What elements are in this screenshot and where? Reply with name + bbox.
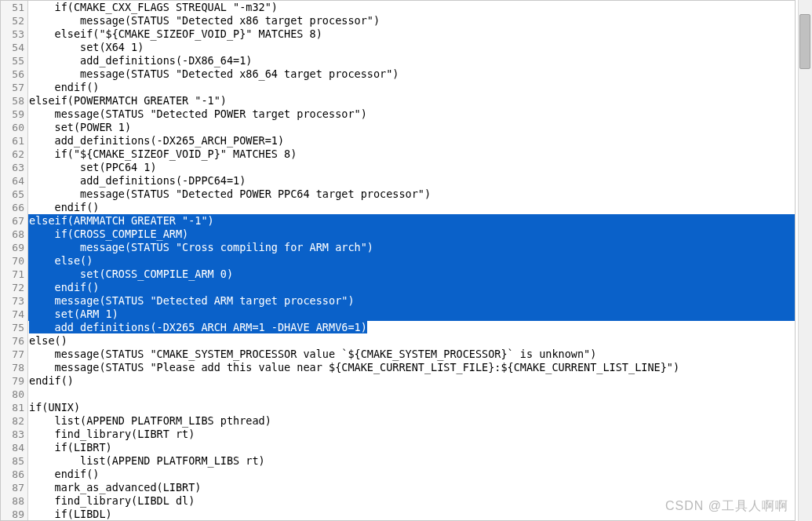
- line-number: 63: [1, 161, 27, 174]
- code-line[interactable]: mark_as_advanced(LIBRT): [28, 481, 795, 494]
- line-number-gutter: 5152535455565758596061626364656667686970…: [1, 1, 28, 520]
- line-number: 81: [1, 401, 27, 414]
- code-line[interactable]: elseif(ARMMATCH GREATER "-1"): [28, 214, 795, 228]
- line-number: 74: [1, 308, 27, 321]
- code-line[interactable]: else(): [28, 334, 795, 348]
- code-line[interactable]: list(APPEND PLATFORM_LIBS pthread): [28, 414, 795, 428]
- line-number: 53: [1, 27, 27, 41]
- code-line[interactable]: find_library(LIBRT rt): [28, 428, 795, 441]
- code-line[interactable]: set(X64 1): [28, 41, 795, 54]
- code-line[interactable]: message(STATUS "Please add this value ne…: [28, 361, 795, 374]
- line-number: 57: [1, 81, 27, 94]
- line-number: 89: [1, 508, 27, 521]
- code-line[interactable]: message(STATUS "Detected ARM target proc…: [28, 294, 795, 308]
- line-number: 52: [1, 14, 27, 27]
- line-number: 75: [1, 321, 27, 334]
- line-number: 80: [1, 388, 27, 401]
- code-editor[interactable]: 5152535455565758596061626364656667686970…: [0, 0, 796, 521]
- code-line[interactable]: endif(): [28, 281, 795, 294]
- line-number: 72: [1, 281, 27, 294]
- code-line[interactable]: endif(): [28, 201, 795, 214]
- code-line[interactable]: endif(): [28, 81, 795, 94]
- code-line[interactable]: message(STATUS "Cross compiling for ARM …: [28, 241, 795, 254]
- code-line[interactable]: add_definitions(-DPPC64=1): [28, 174, 795, 188]
- code-line[interactable]: set(POWER 1): [28, 121, 795, 134]
- code-line[interactable]: if(LIBRT): [28, 441, 795, 454]
- line-number: 70: [1, 254, 27, 268]
- line-number: 61: [1, 134, 27, 148]
- scrollbar-thumb[interactable]: [799, 14, 810, 69]
- line-number: 87: [1, 481, 27, 494]
- code-line[interactable]: message(STATUS "Detected x86_64 target p…: [28, 67, 795, 81]
- code-line[interactable]: elseif("${CMAKE_SIZEOF_VOID_P}" MATCHES …: [28, 27, 795, 41]
- code-line[interactable]: if(UNIX): [28, 401, 795, 414]
- line-number: 60: [1, 121, 27, 134]
- line-number: 69: [1, 241, 27, 254]
- code-line[interactable]: message(STATUS "Detected POWER target pr…: [28, 107, 795, 121]
- line-number: 65: [1, 188, 27, 201]
- code-line[interactable]: if("${CMAKE_SIZEOF_VOID_P}" MATCHES 8): [28, 148, 795, 161]
- vertical-scrollbar[interactable]: [798, 0, 812, 521]
- code-area[interactable]: if(CMAKE_CXX_FLAGS STREQUAL "-m32") mess…: [28, 1, 795, 520]
- code-line[interactable]: endif(): [28, 374, 795, 388]
- line-number: 79: [1, 374, 27, 388]
- line-number: 76: [1, 334, 27, 348]
- line-number: 58: [1, 94, 27, 107]
- code-line[interactable]: add_definitions(-DX86_64=1): [28, 54, 795, 67]
- line-number: 66: [1, 201, 27, 214]
- line-number: 73: [1, 294, 27, 308]
- line-number: 88: [1, 494, 27, 508]
- code-line[interactable]: message(STATUS "CMAKE_SYSTEM_PROCESSOR v…: [28, 348, 795, 361]
- line-number: 54: [1, 41, 27, 54]
- line-number: 67: [1, 214, 27, 228]
- line-number: 85: [1, 454, 27, 468]
- code-line[interactable]: message(STATUS "Detected POWER PPC64 tar…: [28, 188, 795, 201]
- line-number: 86: [1, 468, 27, 481]
- line-number: 83: [1, 428, 27, 441]
- code-line[interactable]: message(STATUS "Detected x86 target proc…: [28, 14, 795, 27]
- code-line[interactable]: set(PPC64 1): [28, 161, 795, 174]
- line-number: 55: [1, 54, 27, 67]
- code-line[interactable]: elseif(POWERMATCH GREATER "-1"): [28, 94, 795, 107]
- line-number: 62: [1, 148, 27, 161]
- code-line[interactable]: add_definitions(-DX265_ARCH_ARM=1 -DHAVE…: [28, 321, 795, 334]
- line-number: 59: [1, 107, 27, 121]
- code-line[interactable]: list(APPEND PLATFORM_LIBS rt): [28, 454, 795, 468]
- line-number: 64: [1, 174, 27, 188]
- code-line[interactable]: [28, 388, 795, 401]
- line-number: 82: [1, 414, 27, 428]
- line-number: 78: [1, 361, 27, 374]
- code-line[interactable]: add_definitions(-DX265_ARCH_POWER=1): [28, 134, 795, 148]
- code-line[interactable]: set(CROSS_COMPILE_ARM 0): [28, 268, 795, 281]
- code-line[interactable]: if(LIBDL): [28, 508, 795, 520]
- code-line[interactable]: find_library(LIBDL dl): [28, 494, 795, 508]
- line-number: 56: [1, 67, 27, 81]
- code-line[interactable]: else(): [28, 254, 795, 268]
- code-line[interactable]: endif(): [28, 468, 795, 481]
- line-number: 51: [1, 1, 27, 14]
- code-line[interactable]: set(ARM 1): [28, 308, 795, 321]
- line-number: 84: [1, 441, 27, 454]
- line-number: 68: [1, 228, 27, 241]
- line-number: 71: [1, 268, 27, 281]
- code-line[interactable]: if(CMAKE_CXX_FLAGS STREQUAL "-m32"): [28, 1, 795, 14]
- line-number: 77: [1, 348, 27, 361]
- code-line[interactable]: if(CROSS_COMPILE_ARM): [28, 228, 795, 241]
